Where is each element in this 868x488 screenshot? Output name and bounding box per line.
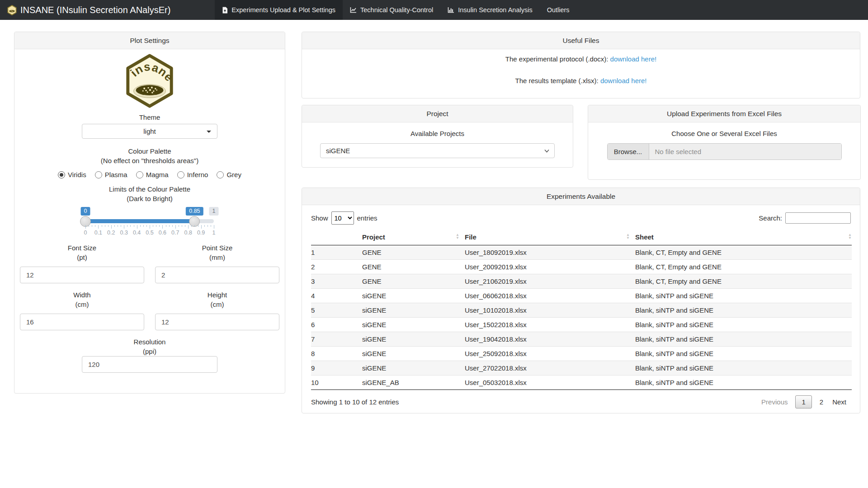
table-search-input[interactable] [785,212,851,224]
slider-tick [179,225,179,227]
tab-technical-quality-control[interactable]: Technical Quality-Control [343,0,440,20]
point-size-input[interactable] [155,267,279,283]
radio-button-icon[interactable] [95,171,102,178]
experiments-title: Experiments Available [302,188,860,205]
limits-note: (Dark to Bright) [14,194,285,203]
height-label: Height [155,290,279,300]
slider-tick [185,225,185,227]
radio-plasma[interactable]: Plasma [95,171,127,178]
table-cell: User_21062019.xlsx [465,274,635,289]
table-row[interactable]: 9siGENEUser_27022018.xlsxBlank, siNTP an… [311,361,852,375]
bar-chart-icon [448,7,454,13]
tab-insulin-secretion-analysis[interactable]: Insulin Secretion Analysis [440,0,539,20]
page-length-select[interactable]: 10 [331,211,354,225]
protocol-download-link[interactable]: download here! [610,55,657,63]
browse-button[interactable]: Browse... [608,144,649,160]
slider-tick [208,225,208,227]
table-cell: User_05032018.xlsx [465,375,635,390]
table-row[interactable]: 2GENEUser_20092019.xlsxBlank, CT, Empty … [311,260,852,274]
point-size-unit: (mm) [155,253,279,262]
resolution-input[interactable] [82,356,217,373]
project-title: Project [302,105,573,122]
slider-tick [140,225,141,227]
pagination-previous[interactable]: Previous [757,395,792,408]
radio-button-icon[interactable] [177,171,184,178]
plot-settings-panel: Plot Settings insane Theme light Colour … [14,32,285,394]
radio-button-icon[interactable] [58,171,65,178]
table-cell: Blank, siNTP and siGENE [635,375,852,390]
tab-outliers[interactable]: Outliers [540,0,577,20]
table-cell: Blank, siNTP and siGENE [635,332,852,347]
column-header-file[interactable]: File ▲▼ [465,229,635,245]
column-header-project[interactable]: Project ▲▼ [362,229,465,245]
entries-label: entries [357,214,377,222]
insane-logo: insane [125,54,175,108]
limits-slider: 0 0.85 1 00.10.20.30.40.50.60.70.80.91 [85,207,214,239]
slider-tick [105,225,105,227]
column-header-index[interactable] [311,229,362,245]
sort-icon: ▲▼ [848,233,852,239]
pagination-page-1[interactable]: 1 [795,395,811,408]
slider-to-badge: 0.85 [186,207,203,216]
radio-button-icon[interactable] [136,171,143,178]
font-size-input[interactable] [20,267,144,283]
brand[interactable]: INSANE (INsulin Secretion ANalysEr) [0,0,178,20]
radio-grey[interactable]: Grey [217,171,241,178]
table-row[interactable]: 4siGENEUser_06062018.xlsxBlank, siNTP an… [311,289,852,303]
slider-tick [92,225,92,227]
width-input[interactable] [20,314,144,330]
upload-panel: Upload Experiments from Excel Files Choo… [588,105,861,180]
table-cell: Blank, siNTP and siGENE [635,303,852,318]
slider-tick [153,225,153,227]
radio-label: Grey [226,171,241,178]
experiments-panel: Experiments Available Show 10 entries Se… [302,188,860,413]
table-footer: Showing 1 to 10 of 12 entries Previous 1… [311,395,851,408]
table-row[interactable]: 1GENEUser_18092019.xlsxBlank, CT, Empty … [311,245,852,260]
slider-tick [194,225,195,227]
project-select[interactable]: siGENE [320,143,555,158]
slider-tick [146,225,147,227]
table-row[interactable]: 10siGENE_ABUser_05032018.xlsxBlank, siNT… [311,375,852,390]
theme-select[interactable]: light [82,124,217,139]
height-input[interactable] [155,314,279,330]
app-logo-icon [7,5,17,15]
table-cell: User_10102018.xlsx [465,303,635,318]
brand-title: INSANE (INsulin Secretion ANalysEr) [20,5,170,15]
template-download-link[interactable]: download here! [600,77,647,84]
radio-button-icon[interactable] [217,171,224,178]
line-chart-icon [350,7,357,13]
table-cell: siGENE [362,332,465,347]
slider-tick [102,225,102,227]
table-cell: siGENE [362,347,465,361]
width-label: Width [20,290,144,300]
radio-inferno[interactable]: Inferno [177,171,208,178]
column-header-sheet[interactable]: Sheet ▲▼ [635,229,852,245]
table-cell: Blank, siNTP and siGENE [635,289,852,303]
slider-tick [130,225,131,227]
radio-magma[interactable]: Magma [136,171,169,178]
slider-tick [143,225,144,227]
slider-tick [175,225,176,229]
slider-tick [89,225,89,227]
table-cell: 2 [311,260,362,274]
font-size-label: Font Size [20,243,144,253]
slider-tick [182,225,182,227]
table-cell: siGENE [362,318,465,332]
table-row[interactable]: 7siGENEUser_19042018.xlsxBlank, siNTP an… [311,332,852,347]
slider-tick [98,225,99,229]
file-name-field: No file selected [649,144,841,160]
table-row[interactable]: 5siGENEUser_10102018.xlsxBlank, siNTP an… [311,303,852,318]
sort-icon: ▲▼ [456,233,459,239]
table-cell: User_25092018.xlsx [465,347,635,361]
table-row[interactable]: 6siGENEUser_15022018.xlsxBlank, siNTP an… [311,318,852,332]
table-row[interactable]: 8siGENEUser_25092018.xlsxBlank, siNTP an… [311,347,852,361]
tab-experiments-upload-plot-settings[interactable]: Experiments Upload & Plot Settings [215,0,343,20]
width-unit: (cm) [20,300,144,309]
pagination-page-2[interactable]: 2 [815,395,828,408]
table-cell: Blank, CT, Empty and GENE [635,260,852,274]
radio-viridis[interactable]: Viridis [58,171,86,178]
slider-tick [204,225,205,227]
table-cell: Blank, siNTP and siGENE [635,347,852,361]
pagination-next[interactable]: Next [828,395,851,408]
table-row[interactable]: 3GENEUser_21062019.xlsxBlank, CT, Empty … [311,274,852,289]
